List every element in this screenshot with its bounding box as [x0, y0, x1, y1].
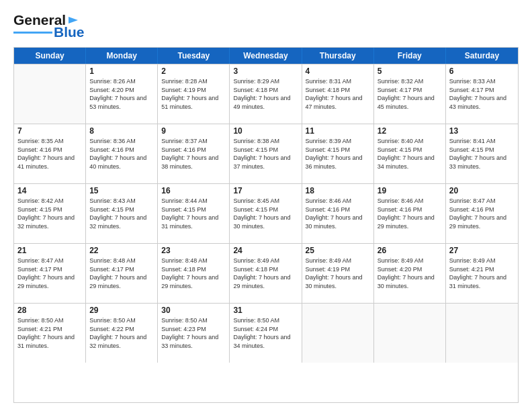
cell-info: Sunrise: 8:46 AMSunset: 4:16 PMDaylight:… — [306, 197, 370, 230]
calendar-cell: 27Sunrise: 8:49 AMSunset: 4:21 PMDayligh… — [446, 244, 518, 303]
cell-info: Sunrise: 8:50 AMSunset: 4:22 PMDaylight:… — [89, 316, 154, 350]
day-number: 17 — [233, 186, 298, 195]
calendar-cell: 16Sunrise: 8:44 AMSunset: 4:15 PMDayligh… — [158, 184, 230, 243]
day-number: 18 — [306, 186, 370, 195]
day-number: 4 — [306, 66, 370, 76]
cell-info: Sunrise: 8:29 AMSunset: 4:18 PMDaylight:… — [233, 77, 298, 111]
cell-info: Sunrise: 8:48 AMSunset: 4:17 PMDaylight:… — [89, 257, 154, 290]
day-number: 21 — [17, 246, 82, 255]
day-number: 6 — [449, 66, 515, 76]
calendar-cell: 23Sunrise: 8:48 AMSunset: 4:18 PMDayligh… — [158, 244, 230, 303]
cell-info: Sunrise: 8:36 AMSunset: 4:16 PMDaylight:… — [89, 137, 154, 171]
day-number: 16 — [161, 186, 226, 195]
cell-info: Sunrise: 8:40 AMSunset: 4:15 PMDaylight:… — [378, 137, 442, 171]
calendar-cell: 14Sunrise: 8:42 AMSunset: 4:15 PMDayligh… — [14, 184, 86, 243]
day-number: 9 — [161, 126, 226, 136]
cell-info: Sunrise: 8:49 AMSunset: 4:18 PMDaylight:… — [233, 257, 298, 290]
calendar-cell: 21Sunrise: 8:47 AMSunset: 4:17 PMDayligh… — [14, 244, 86, 303]
cell-info: Sunrise: 8:41 AMSunset: 4:15 PMDaylight:… — [449, 137, 515, 171]
cell-info: Sunrise: 8:49 AMSunset: 4:20 PMDaylight:… — [378, 257, 442, 290]
weekday-header: Wednesday — [230, 48, 302, 64]
day-number: 31 — [233, 306, 298, 315]
cell-info: Sunrise: 8:49 AMSunset: 4:21 PMDaylight:… — [449, 257, 515, 290]
day-number: 28 — [17, 306, 82, 315]
cell-info: Sunrise: 8:50 AMSunset: 4:21 PMDaylight:… — [17, 316, 82, 350]
logo-blue: Blue — [54, 24, 85, 40]
calendar-cell: 4Sunrise: 8:31 AMSunset: 4:18 PMDaylight… — [302, 64, 374, 124]
calendar-cell: 25Sunrise: 8:49 AMSunset: 4:19 PMDayligh… — [302, 244, 374, 303]
cell-info: Sunrise: 8:50 AMSunset: 4:24 PMDaylight:… — [233, 316, 298, 350]
calendar-cell — [14, 64, 86, 124]
calendar-cell: 3Sunrise: 8:29 AMSunset: 4:18 PMDaylight… — [230, 64, 302, 124]
weekday-header: Sunday — [14, 48, 86, 64]
calendar-cell: 1Sunrise: 8:26 AMSunset: 4:20 PMDaylight… — [86, 64, 158, 124]
calendar-row: 7Sunrise: 8:35 AMSunset: 4:16 PMDaylight… — [14, 124, 518, 183]
cell-info: Sunrise: 8:48 AMSunset: 4:18 PMDaylight:… — [161, 257, 226, 290]
day-number: 23 — [161, 246, 226, 255]
cell-info: Sunrise: 8:45 AMSunset: 4:15 PMDaylight:… — [233, 197, 298, 230]
day-number: 27 — [449, 246, 515, 255]
day-number: 1 — [89, 66, 154, 76]
calendar-row: 14Sunrise: 8:42 AMSunset: 4:15 PMDayligh… — [14, 183, 518, 243]
day-number: 29 — [89, 306, 154, 315]
cell-info: Sunrise: 8:46 AMSunset: 4:16 PMDaylight:… — [378, 197, 442, 230]
calendar-cell — [446, 304, 518, 363]
calendar-cell: 29Sunrise: 8:50 AMSunset: 4:22 PMDayligh… — [86, 304, 158, 363]
calendar-body: 1Sunrise: 8:26 AMSunset: 4:20 PMDaylight… — [14, 64, 518, 363]
calendar-cell: 7Sunrise: 8:35 AMSunset: 4:16 PMDaylight… — [14, 124, 86, 183]
calendar-cell: 30Sunrise: 8:50 AMSunset: 4:23 PMDayligh… — [158, 304, 230, 363]
day-number: 2 — [161, 66, 226, 76]
logo-underline — [13, 32, 52, 34]
cell-info: Sunrise: 8:42 AMSunset: 4:15 PMDaylight:… — [17, 197, 82, 230]
cell-info: Sunrise: 8:28 AMSunset: 4:19 PMDaylight:… — [161, 77, 226, 111]
calendar-cell: 17Sunrise: 8:45 AMSunset: 4:15 PMDayligh… — [230, 184, 302, 243]
calendar-cell: 12Sunrise: 8:40 AMSunset: 4:15 PMDayligh… — [374, 124, 446, 183]
day-number: 30 — [161, 306, 226, 315]
day-number: 25 — [306, 246, 370, 255]
calendar-cell: 6Sunrise: 8:33 AMSunset: 4:17 PMDaylight… — [446, 64, 518, 124]
calendar-cell: 8Sunrise: 8:36 AMSunset: 4:16 PMDaylight… — [86, 124, 158, 183]
cell-info: Sunrise: 8:32 AMSunset: 4:17 PMDaylight:… — [378, 77, 442, 111]
day-number: 14 — [17, 186, 82, 195]
day-number: 5 — [378, 66, 442, 76]
calendar-cell: 11Sunrise: 8:39 AMSunset: 4:15 PMDayligh… — [302, 124, 374, 183]
day-number: 22 — [89, 246, 154, 255]
day-number: 12 — [378, 126, 442, 136]
svg-marker-0 — [69, 17, 78, 24]
calendar-cell: 5Sunrise: 8:32 AMSunset: 4:17 PMDaylight… — [374, 64, 446, 124]
calendar-cell — [302, 304, 374, 363]
calendar-cell: 15Sunrise: 8:43 AMSunset: 4:15 PMDayligh… — [86, 184, 158, 243]
calendar-cell — [374, 304, 446, 363]
cell-info: Sunrise: 8:50 AMSunset: 4:23 PMDaylight:… — [161, 316, 226, 350]
calendar-cell: 22Sunrise: 8:48 AMSunset: 4:17 PMDayligh… — [86, 244, 158, 303]
weekday-header: Tuesday — [158, 48, 230, 64]
day-number: 10 — [233, 126, 298, 136]
weekday-header: Friday — [374, 48, 446, 64]
day-number: 19 — [378, 186, 442, 195]
cell-info: Sunrise: 8:47 AMSunset: 4:17 PMDaylight:… — [17, 257, 82, 290]
cell-info: Sunrise: 8:44 AMSunset: 4:15 PMDaylight:… — [161, 197, 226, 230]
calendar-header: SundayMondayTuesdayWednesdayThursdayFrid… — [14, 48, 518, 64]
cell-info: Sunrise: 8:31 AMSunset: 4:18 PMDaylight:… — [306, 77, 370, 111]
cell-info: Sunrise: 8:43 AMSunset: 4:15 PMDaylight:… — [89, 197, 154, 230]
weekday-header: Thursday — [302, 48, 374, 64]
day-number: 8 — [89, 126, 154, 136]
calendar-cell: 31Sunrise: 8:50 AMSunset: 4:24 PMDayligh… — [230, 304, 302, 363]
page: General Blue SundayMondayTuesdayWednesda… — [0, 0, 532, 411]
day-number: 3 — [233, 66, 298, 76]
cell-info: Sunrise: 8:35 AMSunset: 4:16 PMDaylight:… — [17, 137, 82, 171]
day-number: 11 — [306, 126, 370, 136]
calendar-cell: 19Sunrise: 8:46 AMSunset: 4:16 PMDayligh… — [374, 184, 446, 243]
day-number: 7 — [17, 126, 82, 136]
day-number: 26 — [378, 246, 442, 255]
cell-info: Sunrise: 8:49 AMSunset: 4:19 PMDaylight:… — [306, 257, 370, 290]
cell-info: Sunrise: 8:37 AMSunset: 4:16 PMDaylight:… — [161, 137, 226, 171]
logo: General Blue — [13, 12, 85, 40]
calendar-row: 21Sunrise: 8:47 AMSunset: 4:17 PMDayligh… — [14, 243, 518, 303]
calendar-row: 28Sunrise: 8:50 AMSunset: 4:21 PMDayligh… — [14, 303, 518, 363]
cell-info: Sunrise: 8:47 AMSunset: 4:16 PMDaylight:… — [449, 197, 515, 230]
calendar-cell: 28Sunrise: 8:50 AMSunset: 4:21 PMDayligh… — [14, 304, 86, 363]
calendar-cell: 20Sunrise: 8:47 AMSunset: 4:16 PMDayligh… — [446, 184, 518, 243]
day-number: 20 — [449, 186, 515, 195]
cell-info: Sunrise: 8:39 AMSunset: 4:15 PMDaylight:… — [306, 137, 370, 171]
